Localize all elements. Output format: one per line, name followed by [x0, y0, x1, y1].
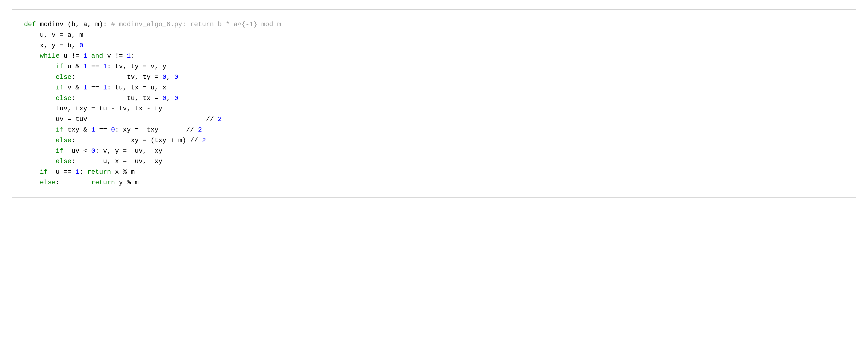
code-line-16: else: return y % m	[24, 177, 844, 188]
code-line-10: uv = tuv // 2	[24, 114, 844, 125]
code-block: def modinv (b, a, m): # modinv_algo_6.py…	[12, 9, 856, 198]
code-line-6: else: tv, ty = 0, 0	[24, 72, 844, 83]
code-line-11: if txy & 1 == 0: xy = txy // 2	[24, 125, 844, 135]
code-line-1: def modinv (b, a, m): # modinv_algo_6.py…	[24, 19, 844, 30]
code-line-8: else: tu, tx = 0, 0	[24, 93, 844, 104]
code-line-13: if uv < 0: v, y = -uv, -xy	[24, 146, 844, 157]
code-line-9: tuv, txy = tu - tv, tx - ty	[24, 103, 844, 114]
code-line-3: x, y = b, 0	[24, 40, 844, 51]
code-line-7: if v & 1 == 1: tu, tx = u, x	[24, 83, 844, 93]
code-line-2: u, v = a, m	[24, 30, 844, 40]
code-line-14: else: u, x = uv, xy	[24, 156, 844, 167]
code-line-5: if u & 1 == 1: tv, ty = v, y	[24, 61, 844, 72]
code-line-15: if u == 1: return x % m	[24, 167, 844, 177]
code-line-4: while u != 1 and v != 1:	[24, 51, 844, 61]
code-line-12: else: xy = (txy + m) // 2	[24, 135, 844, 146]
